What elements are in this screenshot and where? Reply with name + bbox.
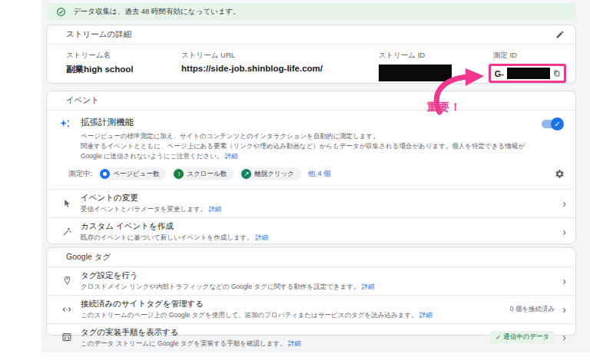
row-title: イベントの変更 bbox=[81, 193, 559, 204]
gtag-row-instructions[interactable]: タグの実装手順を表示する このデータ ストリームに Google タグを実装する… bbox=[47, 323, 575, 352]
stream-details-header: ストリームの詳細 bbox=[47, 25, 575, 45]
enhanced-desc-line1: ページビューの標準測定に加え、サイトのコンテンツとのインタラクションを自動的に測… bbox=[81, 132, 380, 140]
pageview-icon bbox=[100, 169, 110, 179]
enhanced-measurement-toggle[interactable]: ✓ bbox=[542, 120, 562, 128]
google-tag-title: Google タグ bbox=[66, 252, 111, 263]
row-text: 接続済みのサイトタグを管理する このストリームのページ上の Google タグを… bbox=[81, 299, 505, 320]
google-tag-card: Google タグ タグ設定を行う クロスドメイン リンクや内部トラフィックなど… bbox=[46, 247, 576, 336]
row-desc: クロスドメイン リンクや内部トラフィックなどの Google タグに関する動作を… bbox=[81, 283, 360, 290]
gtag-row-configure[interactable]: タグ設定を行う クロスドメイン リンクや内部トラフィックなどの Google タ… bbox=[47, 267, 575, 295]
stream-name-label: ストリーム名 bbox=[66, 51, 181, 61]
stream-details-title: ストリームの詳細 bbox=[66, 29, 131, 40]
stream-id-label: ストリーム ID bbox=[379, 51, 493, 61]
enhanced-measurement-text: 拡張計測機能 ページビューの標準測定に加え、サイトのコンテンツとのインタラクショ… bbox=[81, 117, 534, 160]
outbound-click-icon: ↗ bbox=[241, 169, 251, 179]
browser-code-icon bbox=[59, 332, 75, 342]
row-title: タグの実装手順を表示する bbox=[81, 327, 486, 338]
row-title: タグ設定を行う bbox=[81, 270, 559, 281]
chip-outbound-clicks-label: 離脱クリック bbox=[254, 170, 294, 179]
gear-icon[interactable] bbox=[555, 169, 565, 179]
magic-wand-icon bbox=[59, 227, 75, 237]
cursor-click-icon bbox=[59, 199, 75, 209]
enhanced-measurement-title: 拡張計測機能 bbox=[81, 117, 534, 128]
row-title: カスタム イベントを作成 bbox=[81, 221, 559, 232]
row-text: イベントの変更 受信イベントとパラメータを変更します。 詳細 bbox=[81, 193, 559, 214]
banner-text: データ収集は、過去 48 時間有効になっています。 bbox=[73, 7, 240, 17]
enhanced-desc-line2: 関連するイベントとともに、ページ上にある要素（リンクや埋め込み動画など）からもデ… bbox=[81, 142, 525, 160]
chip-scrolls: ↕ スクロール数 bbox=[171, 167, 234, 180]
enhanced-measurement-desc: ページビューの標準測定に加え、サイトのコンテンツとのインタラクションを自動的に測… bbox=[81, 131, 534, 160]
stream-url-field: ストリーム URL https://side-job.shinblog-life… bbox=[181, 51, 379, 73]
google-tag-header: Google タグ bbox=[47, 248, 575, 267]
chevron-right-icon: › bbox=[562, 276, 566, 286]
row-desc: 受信イベントとパラメータを変更します。 bbox=[81, 205, 207, 213]
chevron-right-icon: › bbox=[562, 227, 566, 237]
event-row-create-custom-event[interactable]: カスタム イベントを作成 既存のイベントに基づいて新しいイベントを作成します。 … bbox=[47, 217, 575, 246]
more-events-link[interactable]: 他 4 個 bbox=[308, 169, 331, 179]
measuring-label: 測定中: bbox=[68, 169, 92, 179]
scroll-icon: ↕ bbox=[174, 169, 184, 179]
row-desc: 既存のイベントに基づいて新しいイベントを作成します。 bbox=[81, 233, 254, 241]
row-text: タグ設定を行う クロスドメイン リンクや内部トラフィックなどの Google タ… bbox=[81, 270, 559, 292]
code-brackets-icon bbox=[59, 304, 75, 315]
chip-scrolls-label: スクロール数 bbox=[187, 170, 227, 179]
detail-link[interactable]: 詳細 bbox=[255, 233, 268, 241]
chip-pageviews-label: ページビュー数 bbox=[113, 170, 159, 179]
price-tag-icon bbox=[59, 276, 75, 286]
copy-icon[interactable] bbox=[553, 69, 560, 78]
enhanced-detail-link[interactable]: 詳細 bbox=[225, 152, 238, 160]
connected-count-text: 0 個を接続済み bbox=[510, 305, 555, 314]
measurement-id-highlight-box: G- bbox=[489, 64, 566, 83]
row-title: 接続済みのサイトタグを管理する bbox=[81, 299, 505, 309]
toggle-check-icon: ✓ bbox=[551, 117, 564, 131]
badge-label: 通信中のデータ bbox=[503, 333, 549, 342]
row-desc: このストリームのページ上の Google タグを使用して、追加のプロパティまたは… bbox=[81, 311, 418, 319]
stream-name-value: 副業high school bbox=[66, 64, 181, 75]
chevron-right-icon: › bbox=[562, 304, 566, 315]
enhanced-measurement-row: 拡張計測機能 ページビューの標準測定に加え、サイトのコンテンツとのインタラクショ… bbox=[47, 111, 575, 162]
events-title: イベント bbox=[66, 95, 99, 106]
chip-pageviews: ページビュー数 bbox=[98, 167, 166, 180]
row-desc: このデータ ストリームに Google タグを実装する手順を確認します。 bbox=[81, 339, 287, 347]
annotation-arrow-icon bbox=[427, 66, 498, 118]
measurement-id-redacted-value bbox=[507, 68, 550, 79]
chevron-right-icon: › bbox=[562, 198, 566, 209]
row-text: タグの実装手順を表示する このデータ ストリームに Google タグを実装する… bbox=[81, 327, 486, 349]
measurement-id-field: 測定 ID G- bbox=[493, 51, 566, 83]
detail-link[interactable]: 詳細 bbox=[362, 283, 375, 290]
data-collection-banner: データ収集は、過去 48 時間有効になっています。 bbox=[46, 3, 576, 20]
stream-name-field: ストリーム名 副業high school bbox=[66, 51, 181, 75]
detail-link[interactable]: 詳細 bbox=[288, 339, 301, 347]
detail-link[interactable]: 詳細 bbox=[419, 311, 433, 319]
sparkle-icon bbox=[59, 117, 75, 160]
chevron-right-icon: › bbox=[562, 332, 566, 342]
chip-outbound-clicks: ↗ 離脱クリック bbox=[239, 167, 301, 180]
event-row-modify-events[interactable]: イベントの変更 受信イベントとパラメータを変更します。 詳細 › bbox=[47, 189, 575, 217]
gtag-row-connected-tags[interactable]: 接続済みのサイトタグを管理する このストリームのページ上の Google タグを… bbox=[47, 295, 575, 323]
streaming-data-badge: ✓ 通信中のデータ bbox=[490, 331, 555, 343]
stream-url-label: ストリーム URL bbox=[181, 51, 379, 61]
stream-url-value: https://side-job.shinblog-life.com/ bbox=[181, 64, 379, 73]
measurement-id-label: 測定 ID bbox=[493, 51, 566, 61]
badge-check-icon: ✓ bbox=[496, 333, 501, 341]
check-circle-icon bbox=[56, 7, 66, 17]
row-text: カスタム イベントを作成 既存のイベントに基づいて新しいイベントを作成します。 … bbox=[81, 221, 559, 243]
measuring-row: 測定中: ページビュー数 ↕ スクロール数 ↗ 離脱クリック 他 4 個 bbox=[47, 162, 575, 189]
detail-link[interactable]: 詳細 bbox=[208, 205, 221, 213]
pencil-icon[interactable] bbox=[555, 30, 565, 39]
